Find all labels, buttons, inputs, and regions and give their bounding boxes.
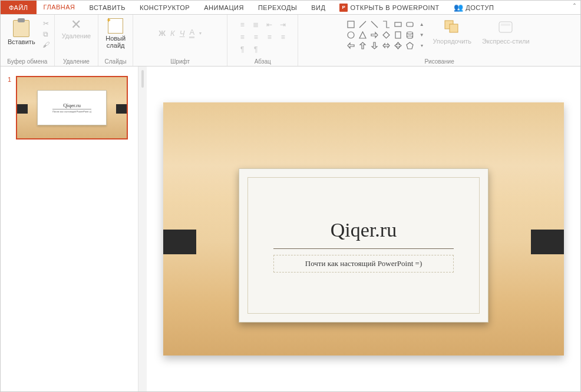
group-paragraph-label: Абзац <box>255 58 271 65</box>
slide-thumbnails-panel: 1 Qiqer.ru Почти как настоящий PowerPoin… <box>1 67 138 391</box>
arrange-button[interactable]: Упорядочить <box>430 18 475 46</box>
cut-icon[interactable]: ✂ <box>41 19 51 28</box>
tab-open-powerpoint-label: ОТКРЫТЬ В POWERPOINT <box>350 4 439 11</box>
shape-line-icon[interactable] <box>358 19 368 29</box>
italic-button[interactable]: К <box>170 29 175 38</box>
svg-rect-11 <box>499 22 512 32</box>
indent-left-icon[interactable]: ⇤ <box>263 19 275 30</box>
shape-diamond-icon[interactable] <box>381 30 392 39</box>
panel-splitter[interactable] <box>138 67 147 391</box>
ltr-icon[interactable]: ¶ <box>236 44 248 55</box>
shape-triangle-icon[interactable] <box>358 30 368 39</box>
slide-card: Qiqer.ru Почти как настоящий PowerPoint … <box>239 168 488 323</box>
svg-rect-4 <box>407 22 413 26</box>
tab-home[interactable]: ГЛАВНАЯ <box>37 1 82 14</box>
svg-point-7 <box>407 32 413 34</box>
tab-insert[interactable]: ВСТАВИТЬ <box>82 1 133 14</box>
shape-arrowleft-icon[interactable] <box>346 41 356 50</box>
new-slide-button[interactable]: ✦ Новый слайд <box>102 17 129 50</box>
powerpoint-icon: P <box>339 4 348 12</box>
slide-divider <box>273 248 454 249</box>
tab-share[interactable]: 👥 ДОСТУП <box>447 1 501 14</box>
tab-open-powerpoint[interactable]: P ОТКРЫТЬ В POWERPOINT <box>332 1 446 14</box>
group-delete-label: Удаление <box>63 58 90 65</box>
quick-styles-icon <box>497 19 514 36</box>
arrange-icon <box>444 19 460 36</box>
group-drawing-label: Рисование <box>424 58 454 65</box>
group-font: Ж К Ч А ▾ Шрифт <box>133 15 227 66</box>
group-delete: ✕ Удаление Удаление <box>55 15 99 66</box>
svg-rect-12 <box>501 24 510 26</box>
shape-roundrect-icon[interactable] <box>405 19 415 29</box>
thumb-title: Qiqer.ru <box>63 102 81 108</box>
copy-icon[interactable]: ⧉ <box>41 30 51 38</box>
tab-animation[interactable]: АНИМАЦИЯ <box>197 1 251 14</box>
bullets-icon[interactable]: ≡ <box>236 19 248 30</box>
quick-styles-button[interactable]: Экспресс-стили <box>478 18 533 46</box>
shape-arrowdown-icon[interactable] <box>369 41 380 50</box>
group-clipboard: Вставить ✂ ⧉ 🖌 Буфер обмена <box>1 15 55 66</box>
ribbon: Вставить ✂ ⧉ 🖌 Буфер обмена ✕ Удаление У… <box>1 15 580 67</box>
shape-arrowup-icon[interactable] <box>358 41 368 50</box>
shape-document-icon[interactable] <box>393 30 404 39</box>
ribbon-collapse-icon[interactable]: ˆ <box>573 3 576 11</box>
underline-button[interactable]: Ч <box>180 29 185 38</box>
tab-view[interactable]: ВИД <box>304 1 332 14</box>
svg-rect-10 <box>450 24 458 32</box>
tab-file[interactable]: ФАЙЛ <box>1 1 37 14</box>
shape-arrowlr-icon[interactable] <box>381 41 392 50</box>
align-left-icon[interactable]: ≡ <box>236 32 248 42</box>
shape-cylinder-icon[interactable] <box>405 30 415 39</box>
svg-rect-3 <box>395 22 401 26</box>
new-slide-icon: ✦ <box>108 18 123 34</box>
shape-rect-icon[interactable] <box>393 19 404 29</box>
slide-title[interactable]: Qiqer.ru <box>331 219 397 241</box>
svg-rect-0 <box>348 21 354 28</box>
tab-transitions[interactable]: ПЕРЕХОДЫ <box>251 1 304 14</box>
shape-arrowright-icon[interactable] <box>369 30 380 39</box>
clipboard-icon <box>13 18 29 37</box>
slide-canvas[interactable]: Qiqer.ru Почти как настоящий PowerPoint … <box>163 102 564 356</box>
indent-right-icon[interactable]: ⇥ <box>277 19 289 30</box>
rtl-icon[interactable]: ¶ <box>250 44 262 55</box>
bold-button[interactable]: Ж <box>159 29 166 38</box>
shape-pentagon-icon[interactable] <box>405 41 415 50</box>
group-paragraph: ≡ ≣ ⇤ ⇥ ≡ ≡ ≡ ≡ ¶ ¶ Абзац <box>227 15 298 66</box>
group-clipboard-label: Буфер обмена <box>7 58 47 65</box>
shape-textbox-icon[interactable] <box>346 19 356 29</box>
numbering-icon[interactable]: ≣ <box>250 19 262 30</box>
font-dropdown-icon[interactable]: ▾ <box>199 31 202 36</box>
font-color-button[interactable]: А <box>189 28 194 38</box>
shapes-more-icon[interactable]: ▾ <box>417 41 427 50</box>
shapes-scroll-down-icon[interactable]: ▼ <box>417 30 427 39</box>
format-painter-icon[interactable]: 🖌 <box>41 41 51 49</box>
svg-point-5 <box>348 32 354 38</box>
tab-design[interactable]: КОНСТРУКТОР <box>133 1 197 14</box>
slide-subtitle[interactable]: Почти как настоящий PowerPoint =) <box>273 255 454 273</box>
shape-oval-icon[interactable] <box>346 30 356 39</box>
shape-connector-icon[interactable] <box>381 19 392 29</box>
svg-line-2 <box>371 21 378 28</box>
slide-band-left <box>163 230 196 254</box>
ribbon-tabs: ФАЙЛ ГЛАВНАЯ ВСТАВИТЬ КОНСТРУКТОР АНИМАЦ… <box>1 1 580 15</box>
thumbnail-number: 1 <box>8 76 11 139</box>
shape-line2-icon[interactable] <box>369 19 380 29</box>
align-center-icon[interactable]: ≡ <box>250 32 262 42</box>
delete-button[interactable]: ✕ Удаление <box>58 17 95 41</box>
group-slides: ✦ Новый слайд Слайды <box>98 15 133 66</box>
shape-4arrow-icon[interactable] <box>393 41 404 50</box>
slide-thumbnail-1[interactable]: Qiqer.ru Почти как настоящий PowerPoint … <box>16 76 128 139</box>
svg-line-1 <box>359 21 366 28</box>
workspace: 1 Qiqer.ru Почти как настоящий PowerPoin… <box>1 67 580 391</box>
paste-button[interactable]: Вставить <box>4 17 39 46</box>
align-right-icon[interactable]: ≡ <box>263 32 275 42</box>
thumb-subtitle: Почти как настоящий PowerPoint =) <box>52 109 91 113</box>
quick-styles-label: Экспресс-стили <box>482 38 529 45</box>
justify-icon[interactable]: ≡ <box>277 32 289 42</box>
slide-band-right <box>531 230 564 254</box>
group-font-label: Шрифт <box>170 58 190 65</box>
shapes-gallery[interactable]: ▲ ▼ ▾ <box>346 17 427 50</box>
svg-point-8 <box>407 36 413 38</box>
paste-label: Вставить <box>8 38 35 45</box>
shapes-scroll-up-icon[interactable]: ▲ <box>417 19 427 29</box>
